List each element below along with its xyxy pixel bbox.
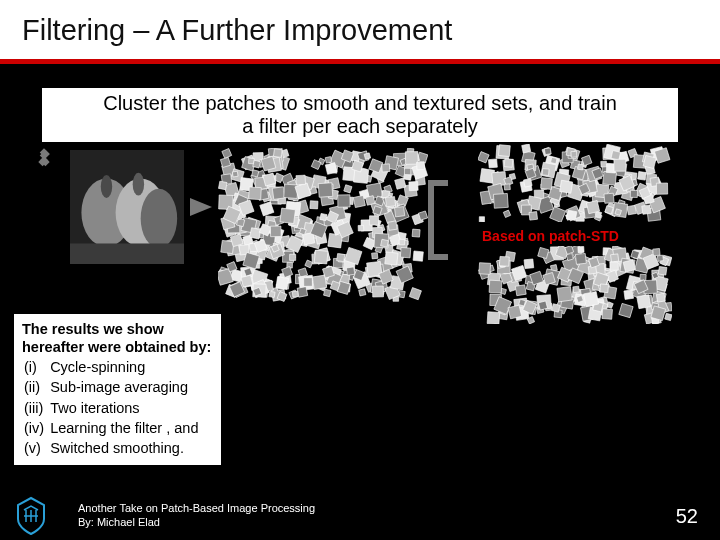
svg-rect-281	[372, 286, 383, 297]
svg-rect-327	[252, 170, 259, 177]
svg-rect-323	[381, 239, 389, 247]
results-block: The results we show hereafter were obtai…	[14, 314, 221, 465]
results-item: (v)Switched smoothing.	[24, 439, 202, 457]
svg-rect-266	[312, 275, 326, 289]
svg-rect-590	[602, 309, 613, 320]
svg-rect-603	[656, 293, 665, 302]
svg-rect-154	[388, 221, 397, 230]
svg-rect-309	[276, 277, 289, 290]
svg-rect-277	[358, 225, 364, 231]
svg-rect-29	[320, 213, 327, 220]
svg-rect-314	[296, 175, 306, 185]
results-item: (iv)Learning the filter , and	[24, 419, 202, 437]
svg-rect-135	[325, 157, 332, 164]
svg-rect-45	[413, 251, 423, 261]
footer-text: Another Take on Patch-Based Image Proces…	[78, 502, 315, 530]
subtitle: Cluster the patches to smooth and textur…	[42, 88, 678, 142]
svg-rect-560	[552, 304, 560, 312]
svg-rect-317	[399, 239, 405, 245]
svg-rect-139	[364, 153, 371, 160]
svg-rect-460	[586, 200, 599, 213]
figure-row: Based on patch-STD	[40, 150, 680, 330]
std-label: Based on patch-STD	[482, 228, 619, 244]
svg-rect-437	[578, 164, 584, 170]
svg-rect-592	[489, 280, 502, 293]
results-heading-2: hereafter were obtained by:	[22, 339, 211, 355]
svg-rect-594	[623, 260, 635, 272]
svg-rect-518	[640, 274, 646, 280]
svg-rect-404	[638, 172, 647, 181]
svg-rect-59	[310, 201, 318, 209]
svg-rect-6	[70, 243, 184, 264]
svg-rect-611	[515, 285, 526, 296]
svg-rect-222	[346, 267, 354, 275]
svg-rect-546	[479, 263, 491, 275]
arrow-icon	[190, 198, 212, 216]
title-bar: Filtering – A Further Improvement	[0, 0, 720, 64]
svg-rect-579	[653, 248, 660, 255]
svg-rect-458	[630, 190, 637, 197]
svg-rect-465	[614, 159, 626, 171]
svg-rect-372	[544, 148, 551, 155]
svg-rect-307	[253, 160, 261, 168]
results-heading-1: The results we show	[22, 321, 164, 337]
svg-rect-585	[573, 286, 579, 292]
svg-rect-419	[522, 144, 531, 153]
svg-rect-445	[560, 180, 573, 193]
svg-point-5	[133, 173, 144, 196]
results-item: (i)Cycle-spinning	[24, 358, 202, 376]
svg-rect-431	[541, 178, 553, 190]
footer-line2: By: Michael Elad	[78, 516, 315, 530]
svg-rect-516	[524, 259, 534, 269]
svg-rect-612	[575, 253, 586, 264]
svg-rect-229	[385, 252, 398, 265]
figure-textured-patches	[478, 246, 672, 324]
svg-rect-242	[404, 168, 410, 174]
svg-rect-228	[263, 173, 276, 186]
svg-rect-428	[551, 157, 557, 163]
results-item: (iii)Two iterations	[24, 399, 202, 417]
svg-rect-581	[499, 256, 509, 266]
svg-rect-201	[353, 195, 365, 207]
svg-rect-467	[498, 145, 510, 157]
svg-rect-453	[542, 169, 549, 176]
svg-rect-614	[600, 284, 609, 293]
svg-rect-567	[508, 305, 522, 319]
svg-rect-494	[658, 267, 667, 276]
svg-rect-459	[611, 151, 621, 161]
svg-rect-591	[487, 312, 499, 324]
svg-rect-256	[272, 187, 285, 200]
svg-rect-447	[603, 171, 617, 185]
results-item: (ii)Sub-image averaging	[24, 378, 202, 396]
svg-rect-273	[338, 195, 350, 207]
svg-rect-617	[637, 295, 651, 309]
svg-rect-455	[493, 193, 508, 208]
svg-rect-169	[359, 289, 366, 296]
svg-rect-596	[657, 255, 663, 261]
svg-rect-608	[610, 262, 619, 271]
svg-rect-325	[400, 247, 410, 257]
svg-rect-248	[369, 216, 378, 225]
svg-rect-541	[519, 299, 526, 306]
svg-rect-442	[604, 193, 614, 203]
svg-rect-278	[314, 250, 328, 264]
svg-rect-271	[290, 254, 296, 260]
svg-rect-320	[318, 183, 332, 197]
svg-point-4	[101, 175, 112, 198]
svg-rect-422	[642, 205, 651, 214]
figure-smooth-patches	[478, 144, 672, 222]
footer: Another Take on Patch-Based Image Proces…	[0, 492, 720, 540]
svg-rect-601	[611, 254, 619, 262]
svg-rect-440	[504, 184, 510, 190]
results-list: (i)Cycle-spinning(ii)Sub-image averaging…	[22, 356, 204, 459]
svg-rect-204	[324, 289, 332, 297]
svg-rect-456	[479, 217, 484, 222]
svg-rect-234	[395, 178, 406, 189]
svg-rect-56	[269, 291, 275, 297]
svg-rect-613	[538, 301, 547, 310]
svg-rect-322	[382, 164, 390, 172]
figure-source-image	[70, 150, 184, 264]
svg-rect-268	[218, 181, 227, 190]
svg-rect-102	[412, 229, 420, 237]
svg-rect-452	[529, 212, 538, 221]
